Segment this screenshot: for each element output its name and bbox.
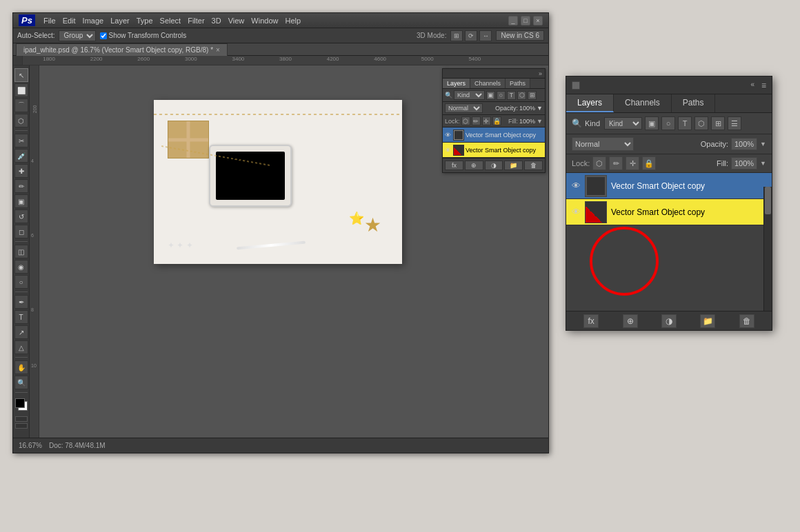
- small-lock-1[interactable]: ⬡: [461, 116, 470, 125]
- large-lock-position[interactable]: ✛: [626, 156, 639, 170]
- close-button[interactable]: ×: [533, 16, 543, 25]
- menu-file[interactable]: File: [43, 17, 56, 25]
- small-footer-group[interactable]: 📁: [504, 161, 523, 170]
- small-footer-trash[interactable]: 🗑: [524, 161, 543, 170]
- foreground-color[interactable]: [15, 398, 25, 408]
- mode-icon-1[interactable]: [15, 416, 28, 422]
- small-footer-adjust[interactable]: ◑: [485, 161, 503, 170]
- show-transform-checkbox[interactable]: [100, 32, 107, 39]
- menu-image[interactable]: Image: [83, 17, 104, 25]
- show-transform-label[interactable]: Show Transform Controls: [100, 32, 186, 39]
- stamp-tool[interactable]: ▣: [14, 194, 28, 208]
- close-tab-icon[interactable]: ×: [216, 46, 220, 54]
- large-icon-adj[interactable]: ○: [661, 116, 675, 130]
- large-footer-adjust[interactable]: ⊕: [623, 314, 638, 328]
- dodge-tool[interactable]: ○: [14, 275, 28, 289]
- heal-tool[interactable]: ✚: [14, 164, 28, 178]
- large-footer-group[interactable]: 📁: [700, 314, 715, 328]
- menu-type[interactable]: Type: [137, 17, 153, 25]
- document-tab[interactable]: ipad_white.psd @ 16.7% (Vector Smart Obj…: [16, 43, 228, 56]
- menu-filter[interactable]: Filter: [188, 17, 204, 25]
- mode-icon-2[interactable]: [15, 423, 28, 429]
- large-icon-shape[interactable]: ⬡: [694, 116, 708, 130]
- text-tool[interactable]: T: [14, 310, 28, 324]
- history-brush-tool[interactable]: ↺: [14, 209, 28, 223]
- move-tool[interactable]: ↖: [14, 68, 28, 82]
- large-footer-link[interactable]: fx: [583, 314, 599, 328]
- small-lock-3[interactable]: ✛: [482, 116, 491, 125]
- small-kind-select[interactable]: Kind: [454, 90, 485, 100]
- large-eye-1[interactable]: 👁: [572, 181, 581, 191]
- 3d-icon-3[interactable]: ↔: [479, 30, 492, 41]
- large-kind-select[interactable]: Kind: [604, 117, 642, 130]
- small-fill-arrow[interactable]: ▼: [537, 118, 543, 125]
- minimize-button[interactable]: _: [508, 16, 518, 25]
- small-icon-1[interactable]: ▣: [486, 91, 495, 100]
- small-layer-row-2[interactable]: 👁 Vector Smart Object copy: [443, 143, 545, 158]
- marquee-tool[interactable]: ⬜: [14, 83, 28, 97]
- gradient-tool[interactable]: ◫: [14, 245, 28, 258]
- menu-layer[interactable]: Layer: [110, 17, 130, 25]
- large-lock-image[interactable]: ✏: [609, 156, 623, 170]
- small-panel-collapse[interactable]: »: [539, 70, 542, 77]
- large-scrollbar-thumb[interactable]: [765, 187, 771, 214]
- menu-select[interactable]: Select: [160, 17, 181, 25]
- quick-select-tool[interactable]: ⬡: [14, 114, 28, 127]
- large-scrollbar[interactable]: [763, 187, 772, 311]
- large-icon-image[interactable]: ▣: [645, 116, 659, 130]
- large-lock-transparent[interactable]: ⬡: [592, 156, 606, 170]
- blur-tool[interactable]: ◉: [14, 260, 28, 274]
- large-tab-paths[interactable]: Paths: [672, 94, 716, 112]
- large-icon-extra[interactable]: ☰: [728, 116, 741, 130]
- menu-view[interactable]: View: [228, 17, 245, 25]
- crop-tool[interactable]: ✂: [14, 134, 28, 147]
- small-eye-2[interactable]: 👁: [445, 147, 452, 154]
- zoom-tool[interactable]: 🔍: [14, 376, 28, 389]
- eraser-tool[interactable]: ◻: [14, 225, 28, 238]
- large-menu-icon[interactable]: ≡: [761, 81, 766, 90]
- lasso-tool[interactable]: ⌒: [14, 99, 28, 112]
- small-lock-2[interactable]: ✏: [472, 116, 481, 125]
- path-tool[interactable]: ↗: [14, 325, 28, 339]
- large-close-btn[interactable]: [572, 81, 580, 90]
- small-icon-3[interactable]: T: [507, 91, 516, 100]
- large-layer-row-2[interactable]: 👁 Vector Smart Object copy: [566, 199, 772, 225]
- small-footer-add[interactable]: ⊕: [465, 161, 483, 170]
- large-opacity-arrow[interactable]: ▼: [760, 141, 766, 147]
- menu-window[interactable]: Window: [251, 17, 278, 25]
- small-icon-5[interactable]: ⊞: [528, 91, 537, 100]
- small-tab-channels[interactable]: Channels: [470, 79, 506, 88]
- pen-tool[interactable]: ✒: [14, 295, 28, 309]
- large-tab-layers[interactable]: Layers: [566, 94, 614, 112]
- large-eye-2[interactable]: 👁: [572, 207, 581, 217]
- large-tab-channels[interactable]: Channels: [614, 94, 672, 112]
- small-opacity-arrow[interactable]: ▼: [537, 105, 543, 112]
- large-opacity-input[interactable]: [731, 138, 757, 150]
- hand-tool[interactable]: ✋: [14, 360, 28, 374]
- 3d-icon-1[interactable]: ⊞: [450, 30, 463, 41]
- small-footer-link[interactable]: fx: [445, 161, 463, 170]
- large-icon-smart[interactable]: ⊞: [711, 116, 725, 130]
- menu-help[interactable]: Help: [285, 17, 301, 25]
- large-lock-all[interactable]: 🔒: [642, 156, 656, 170]
- large-fill-arrow[interactable]: ▼: [760, 160, 766, 167]
- small-layer-row-1[interactable]: 👁 Vector Smart Object copy: [443, 127, 545, 143]
- large-footer-mask[interactable]: ◑: [661, 314, 677, 328]
- small-tab-paths[interactable]: Paths: [506, 79, 530, 88]
- 3d-icon-2[interactable]: ⟳: [465, 30, 477, 41]
- auto-select-type[interactable]: Group Layer: [59, 30, 96, 41]
- small-blend-select[interactable]: Normal: [445, 103, 483, 113]
- small-tab-layers[interactable]: Layers: [443, 79, 470, 88]
- large-footer-trash[interactable]: 🗑: [739, 314, 754, 328]
- eyedropper-tool[interactable]: 💉: [14, 149, 28, 163]
- small-icon-4[interactable]: ⬡: [517, 91, 526, 100]
- new-in-cs6-btn[interactable]: New in CS 6: [496, 30, 544, 41]
- shape-tool[interactable]: △: [14, 340, 28, 354]
- small-eye-1[interactable]: 👁: [445, 132, 452, 139]
- restore-button[interactable]: □: [521, 16, 530, 25]
- brush-tool[interactable]: ✏: [14, 179, 28, 193]
- large-blend-select[interactable]: Normal: [572, 137, 634, 151]
- large-collapse-icon[interactable]: «: [748, 81, 757, 90]
- small-lock-4[interactable]: 🔒: [492, 116, 501, 125]
- large-icon-text[interactable]: T: [678, 116, 692, 130]
